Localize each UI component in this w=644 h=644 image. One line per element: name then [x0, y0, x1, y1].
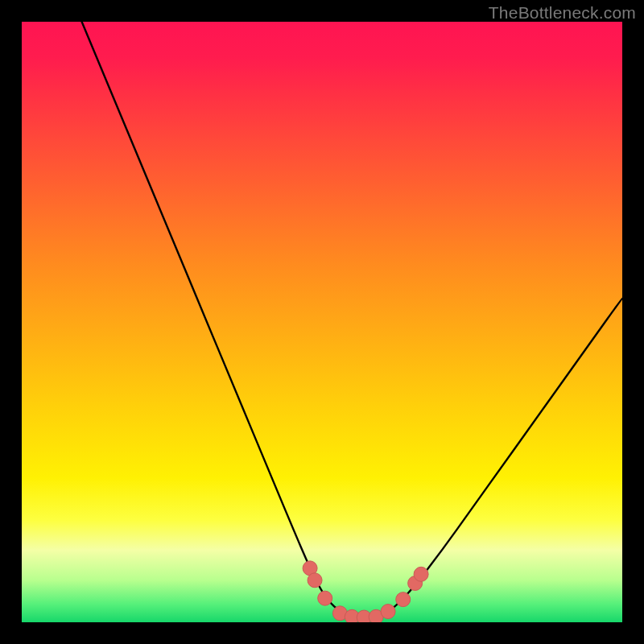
- data-point: [396, 592, 411, 607]
- data-point: [381, 605, 395, 619]
- data-point: [308, 573, 322, 588]
- plot-area: [22, 22, 622, 622]
- chart-frame: TheBottleneck.com: [0, 0, 644, 644]
- data-point: [414, 567, 428, 581]
- bottleneck-curve: [82, 22, 622, 617]
- chart-svg: [22, 22, 622, 622]
- data-point: [318, 591, 332, 605]
- watermark-text: TheBottleneck.com: [489, 3, 636, 23]
